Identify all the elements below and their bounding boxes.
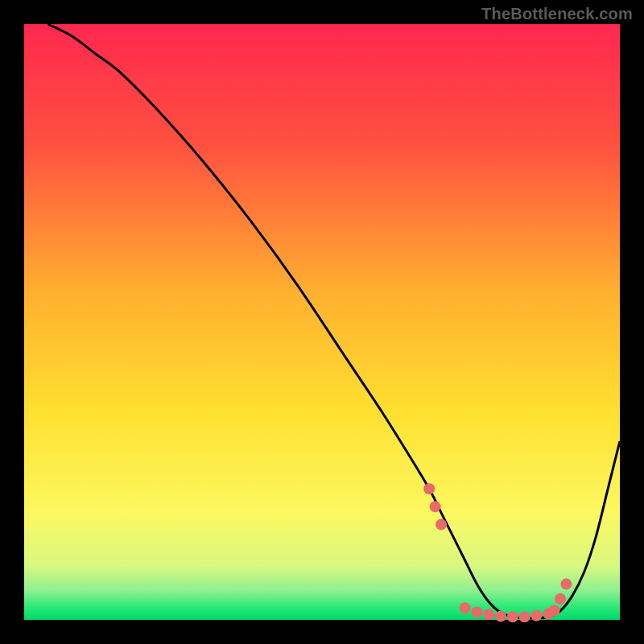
marker-dot <box>436 519 447 530</box>
chart-container: TheBottleneck.com <box>0 0 644 644</box>
svg-rect-2 <box>0 0 24 644</box>
marker-dot <box>519 611 530 622</box>
marker-dot <box>507 611 518 622</box>
watermark-text: TheBottleneck.com <box>481 5 633 23</box>
marker-dot <box>430 501 441 512</box>
marker-dot <box>495 611 506 622</box>
marker-dot <box>560 579 572 590</box>
marker-dot <box>530 610 542 621</box>
marker-dot <box>483 609 494 620</box>
marker-dot <box>471 606 482 617</box>
marker-dot <box>423 483 435 494</box>
marker-dot <box>460 602 471 613</box>
marker-dot <box>549 605 560 616</box>
marker-dot <box>555 593 566 605</box>
bottleneck-curve-chart <box>0 0 644 644</box>
svg-rect-3 <box>620 0 644 644</box>
svg-rect-1 <box>0 620 644 644</box>
